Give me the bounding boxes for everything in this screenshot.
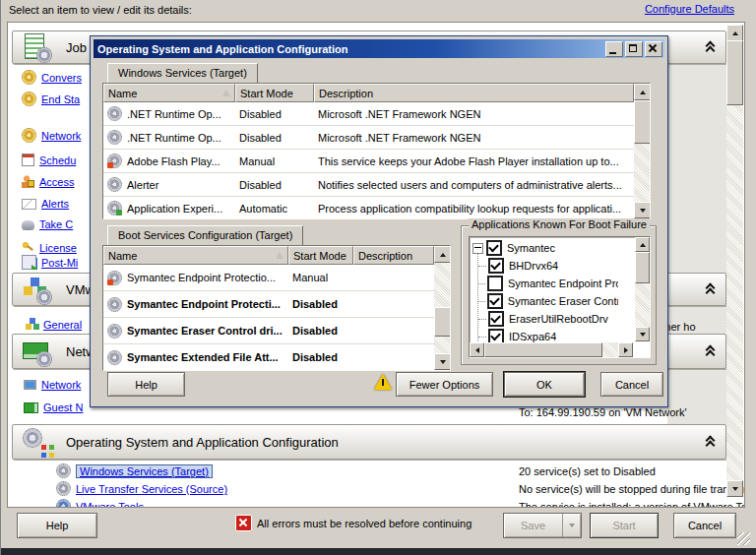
sidebar-item-label[interactable]: License (39, 242, 77, 254)
service-icon (107, 106, 122, 121)
service-row[interactable]: .NET Runtime Op... Disabled Microsoft .N… (103, 102, 650, 126)
sidebar-item-label[interactable]: Schedu (39, 154, 76, 166)
service-row[interactable]: Application Experi... Automatic Process … (103, 197, 650, 219)
dialog-cancel-button[interactable]: Cancel (600, 372, 663, 397)
services-table-scrollbar[interactable] (634, 84, 650, 218)
collapse-chevron-icon[interactable] (705, 42, 716, 52)
scroll-down-button[interactable] (726, 480, 743, 497)
save-split-button[interactable]: Save (503, 513, 582, 538)
dialog-help-button[interactable]: Help (107, 372, 185, 397)
cancel-button[interactable]: Cancel (673, 513, 736, 538)
boot-service-row[interactable]: Symantec Eraser Control dri... Disabled (103, 318, 450, 344)
osapp-row-vmware-tools[interactable]: VMware Tools The service is installed; a… (56, 499, 725, 508)
minimize-button[interactable] (605, 41, 623, 57)
sidebar-item-post-migration[interactable]: Post-Mi (22, 255, 98, 270)
sidebar-item-schedule[interactable]: Schedu (22, 154, 98, 166)
column-header-description[interactable]: Description (353, 246, 434, 265)
column-header-name[interactable]: Name (103, 246, 288, 265)
help-button[interactable]: Help (17, 513, 97, 538)
column-header-name[interactable]: Name (103, 84, 235, 102)
tree-horizontal-scrollbar[interactable] (470, 342, 633, 357)
boot-service-row[interactable]: Symantec Extended File Att... Disabled (103, 344, 450, 371)
sidebar-item-end-states[interactable]: End Sta (22, 92, 98, 106)
scrollbar-thumb[interactable] (635, 252, 650, 283)
sidebar-item-label[interactable]: End Sta (41, 93, 80, 105)
maximize-button[interactable] (625, 41, 643, 57)
ok-button[interactable]: OK (504, 372, 585, 397)
scroll-up-button[interactable] (634, 84, 651, 100)
sidebar-item-network-settings[interactable]: Network (24, 379, 98, 391)
tree-item[interactable]: EraserUtilRebootDrv (472, 310, 618, 328)
checkbox[interactable] (488, 258, 504, 274)
main-vertical-scrollbar[interactable] (726, 25, 743, 497)
sidebar-item-label[interactable]: Take C (39, 218, 73, 230)
save-dropdown-button[interactable] (562, 514, 581, 537)
scroll-up-button[interactable] (726, 25, 743, 41)
collapse-minus-icon[interactable] (472, 243, 483, 254)
scroll-up-button[interactable] (434, 246, 451, 263)
sidebar-item-take-control[interactable]: Take C (22, 218, 98, 230)
sidebar-item-label[interactable]: General (43, 319, 82, 331)
collapse-chevron-icon[interactable] (705, 437, 716, 447)
column-header-start-mode[interactable]: Start Mode (288, 246, 353, 265)
scroll-right-button[interactable] (618, 342, 633, 357)
sidebar-item-alerts[interactable]: Alerts (22, 197, 98, 210)
service-row[interactable]: Adobe Flash Play... Manual This service … (103, 150, 650, 173)
resize-grip[interactable] (737, 532, 750, 545)
sidebar-item-guest-nic[interactable]: Guest N (24, 401, 98, 413)
sidebar-item-label[interactable]: Convers (41, 72, 82, 84)
osapp-row-live-transfer[interactable]: Live Transfer Services (Source) No servi… (56, 481, 725, 496)
sidebar-item-license[interactable]: License (22, 241, 98, 254)
live-transfer-link[interactable]: Live Transfer Services (Source) (76, 483, 227, 495)
sidebar-item-label[interactable]: Network (41, 130, 81, 142)
scroll-down-button[interactable] (434, 353, 451, 370)
sidebar-item-general[interactable]: General (26, 318, 98, 331)
scroll-left-button[interactable] (470, 342, 484, 357)
windows-services-link[interactable]: Windows Services (Target) (76, 464, 213, 478)
checkbox[interactable] (487, 276, 503, 291)
scroll-down-button[interactable] (634, 202, 651, 218)
checkbox[interactable] (488, 311, 504, 327)
checkbox[interactable] (486, 240, 502, 256)
sidebar-item-access[interactable]: Access (22, 175, 98, 188)
start-button[interactable]: Start (590, 513, 659, 538)
sidebar-item-label[interactable]: Network (41, 379, 81, 391)
tree-item[interactable]: BHDrvx64 (472, 257, 618, 275)
service-row[interactable]: Alerter Disabled Notifies selected users… (103, 173, 650, 197)
boot-service-row[interactable]: Symantec Endpoint Protectio... Manual (103, 265, 450, 291)
osapp-row-windows-services[interactable]: Windows Services (Target) 20 service(s) … (56, 463, 725, 478)
tab-boot-services[interactable]: Boot Services Configuration (Target) (107, 225, 303, 245)
tree-item[interactable]: Symantec Eraser Control c (472, 292, 618, 310)
column-header-start-mode[interactable]: Start Mode (235, 84, 314, 102)
scroll-down-button[interactable] (635, 327, 650, 341)
osapp-section-header[interactable]: Operating System and Application Configu… (12, 424, 726, 460)
sidebar-item-label[interactable]: Post-Mi (41, 257, 78, 269)
sidebar-item-network[interactable]: Network (22, 128, 98, 143)
checkbox[interactable] (487, 293, 503, 309)
scrollbar-thumb[interactable] (484, 342, 602, 357)
tab-windows-services[interactable]: Windows Services (Target) (107, 63, 258, 83)
vmware-tools-link[interactable]: VMware Tools (76, 501, 144, 509)
sidebar-item-label[interactable]: Alerts (41, 198, 69, 210)
sidebar-item-conversion[interactable]: Convers (22, 70, 98, 85)
scrollbar-thumb[interactable] (634, 100, 651, 144)
collapse-chevron-icon[interactable] (705, 346, 716, 356)
collapse-chevron-icon[interactable] (705, 284, 716, 294)
sidebar-item-label[interactable]: Access (39, 176, 74, 188)
tree-item-symantec[interactable]: Symantec (472, 239, 618, 257)
column-header-description[interactable]: Description (314, 84, 634, 102)
configure-defaults-link[interactable]: Configure Defaults (645, 3, 734, 15)
service-row[interactable]: .NET Runtime Op... Disabled Microsoft .N… (103, 126, 650, 150)
scrollbar-thumb[interactable] (434, 307, 451, 337)
close-button[interactable] (645, 41, 662, 57)
tree-item[interactable]: Symantec Endpoint Protec (472, 275, 618, 292)
scrollbar-thumb[interactable] (726, 40, 743, 105)
sidebar-item-label[interactable]: Guest N (43, 401, 83, 413)
warning-icon (374, 374, 392, 390)
tree-vertical-scrollbar[interactable] (635, 237, 650, 341)
scroll-up-button[interactable] (635, 237, 650, 252)
boot-service-row[interactable]: Symantec Endpoint Protecti... Disabled (103, 291, 450, 318)
fewer-options-button[interactable]: Fewer Options (396, 372, 493, 397)
dialog-titlebar[interactable]: Operating System and Application Configu… (94, 39, 664, 58)
boot-table-scrollbar[interactable] (434, 246, 450, 370)
